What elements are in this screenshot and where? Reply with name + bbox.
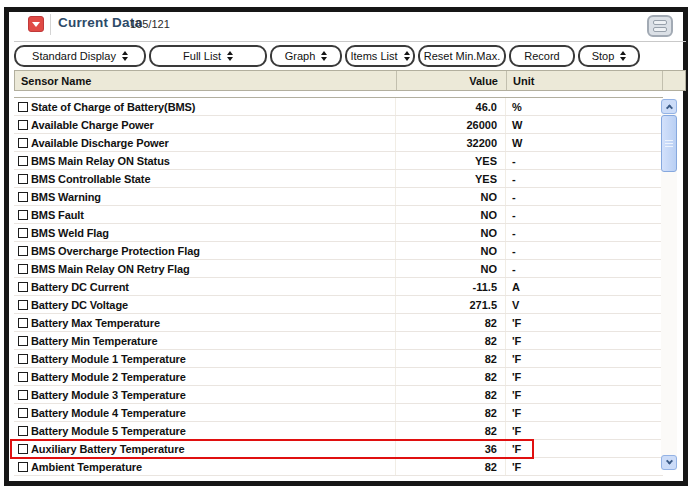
sensor-name-cell: Battery Module 1 Temperature — [14, 350, 396, 367]
table-row[interactable]: Battery Min Temperature82'F — [14, 332, 663, 350]
toolbar-button-stop[interactable]: Stop — [578, 45, 640, 67]
table-row[interactable]: BMS Main Relay ON Retry FlagNO- — [14, 260, 663, 278]
table-row[interactable]: BMS FaultNO- — [14, 206, 663, 224]
toolbar-button-standard-display[interactable]: Standard Display — [14, 45, 146, 67]
scroll-down-button[interactable] — [661, 455, 677, 470]
value-cell: NO — [396, 188, 506, 205]
sensor-name-label: Battery Module 3 Temperature — [31, 389, 186, 401]
sensor-name-label: Battery Module 1 Temperature — [31, 353, 186, 365]
vertical-scrollbar[interactable] — [661, 99, 677, 470]
row-checkbox[interactable] — [18, 336, 28, 346]
row-checkbox[interactable] — [18, 372, 28, 382]
row-checkbox[interactable] — [18, 192, 28, 202]
table-header: Sensor Name Value Unit — [14, 70, 686, 91]
toolbar-button-graph[interactable]: Graph — [270, 45, 342, 67]
chevron-down-icon — [665, 458, 672, 465]
sensor-name-cell: Battery DC Voltage — [14, 296, 396, 313]
unit-cell: 'F — [506, 314, 663, 331]
table-row[interactable]: BMS Main Relay ON StatusYES- — [14, 152, 663, 170]
up-down-arrows-icon — [620, 51, 626, 61]
row-checkbox[interactable] — [18, 138, 28, 148]
toolbar-button-label: Standard Display — [32, 50, 116, 62]
unit-cell: V — [506, 296, 663, 313]
sensor-name-label: Battery Module 4 Temperature — [31, 407, 186, 419]
row-checkbox[interactable] — [18, 354, 28, 364]
sensor-name-cell: BMS Controllable State — [14, 170, 396, 187]
title-menu-button[interactable] — [28, 16, 44, 32]
sensor-name-cell: BMS Weld Flag — [14, 224, 396, 241]
row-checkbox[interactable] — [18, 120, 28, 130]
table-row[interactable]: Available Discharge Power32200W — [14, 134, 663, 152]
column-header-value: Value — [397, 71, 507, 90]
row-checkbox[interactable] — [18, 228, 28, 238]
value-cell: 82 — [396, 422, 506, 439]
table-row[interactable]: Battery DC Voltage271.5V — [14, 296, 663, 314]
sensor-name-label: Battery Module 2 Temperature — [31, 371, 186, 383]
sensor-name-label: BMS Overcharge Protection Flag — [31, 245, 200, 257]
sensor-name-label: Available Discharge Power — [31, 137, 169, 149]
sensor-table: State of Charge of Battery(BMS)46.0%Avai… — [14, 97, 663, 476]
unit-cell: W — [506, 116, 663, 133]
list-view-button[interactable] — [647, 15, 673, 37]
column-header-sensor-name: Sensor Name — [15, 71, 397, 90]
row-checkbox[interactable] — [18, 264, 28, 274]
row-checkbox[interactable] — [18, 174, 28, 184]
up-down-arrows-icon — [122, 51, 128, 61]
chevron-down-icon — [32, 22, 40, 27]
row-checkbox[interactable] — [18, 444, 28, 454]
table-row[interactable]: Battery Module 4 Temperature82'F — [14, 404, 663, 422]
sensor-name-cell: BMS Overcharge Protection Flag — [14, 242, 396, 259]
sensor-name-label: BMS Main Relay ON Retry Flag — [31, 263, 190, 275]
table-row[interactable]: Battery DC Current-11.5A — [14, 278, 663, 296]
table-row[interactable]: Battery Module 1 Temperature82'F — [14, 350, 663, 368]
value-cell: 82 — [396, 458, 506, 475]
table-row[interactable]: Ambient Temperature82'F — [14, 458, 663, 476]
row-checkbox[interactable] — [18, 426, 28, 436]
row-checkbox[interactable] — [18, 210, 28, 220]
table-row[interactable]: BMS Overcharge Protection FlagNO- — [14, 242, 663, 260]
sensor-name-label: BMS Weld Flag — [31, 227, 109, 239]
scroll-thumb[interactable] — [661, 115, 677, 172]
value-cell: 32200 — [396, 134, 506, 151]
scroll-up-button[interactable] — [661, 99, 677, 114]
row-checkbox[interactable] — [18, 462, 28, 472]
sensor-name-cell: Battery Module 4 Temperature — [14, 404, 396, 421]
value-cell: NO — [396, 260, 506, 277]
row-checkbox[interactable] — [18, 408, 28, 418]
table-row[interactable]: Battery Module 5 Temperature82'F — [14, 422, 663, 440]
sensor-name-cell: Available Discharge Power — [14, 134, 396, 151]
toolbar-button-items-list[interactable]: Items List — [345, 45, 415, 67]
table-row[interactable]: Battery Module 2 Temperature82'F — [14, 368, 663, 386]
table-row[interactable]: Battery Module 3 Temperature82'F — [14, 386, 663, 404]
table-row[interactable]: State of Charge of Battery(BMS)46.0% — [14, 98, 663, 116]
unit-cell: 'F — [506, 350, 663, 367]
title-divider — [50, 14, 51, 35]
row-checkbox[interactable] — [18, 282, 28, 292]
row-checkbox[interactable] — [18, 300, 28, 310]
sensor-name-label: BMS Main Relay ON Status — [31, 155, 170, 167]
table-row[interactable]: BMS Controllable StateYES- — [14, 170, 663, 188]
sensor-name-cell: Auxiliary Battery Temperature — [14, 440, 396, 457]
table-row[interactable]: Auxiliary Battery Temperature36'F — [14, 440, 663, 458]
table-row[interactable]: BMS WarningNO- — [14, 188, 663, 206]
toolbar-button-full-list[interactable]: Full List — [149, 45, 267, 67]
toolbar-button-reset-min-max[interactable]: Reset Min.Max. — [418, 45, 506, 67]
table-row[interactable]: Battery Max Temperature82'F — [14, 314, 663, 332]
toolbar-button-label: Items List — [350, 50, 397, 62]
sensor-name-label: BMS Controllable State — [31, 173, 150, 185]
unit-cell: 'F — [506, 386, 663, 403]
table-row[interactable]: BMS Weld FlagNO- — [14, 224, 663, 242]
sensor-name-cell: BMS Main Relay ON Status — [14, 152, 396, 169]
row-checkbox[interactable] — [18, 246, 28, 256]
toolbar-button-record[interactable]: Record — [509, 45, 575, 67]
sensor-name-label: Auxiliary Battery Temperature — [31, 443, 184, 455]
row-checkbox[interactable] — [18, 390, 28, 400]
table-row[interactable]: Available Charge Power26000W — [14, 116, 663, 134]
unit-cell: - — [506, 206, 663, 223]
row-checkbox[interactable] — [18, 102, 28, 112]
current-data-window: Current Data 105/121 Standard DisplayFul… — [4, 7, 688, 486]
sensor-count: 105/121 — [130, 18, 170, 30]
sensor-name-cell: Battery Module 3 Temperature — [14, 386, 396, 403]
row-checkbox[interactable] — [18, 318, 28, 328]
row-checkbox[interactable] — [18, 156, 28, 166]
